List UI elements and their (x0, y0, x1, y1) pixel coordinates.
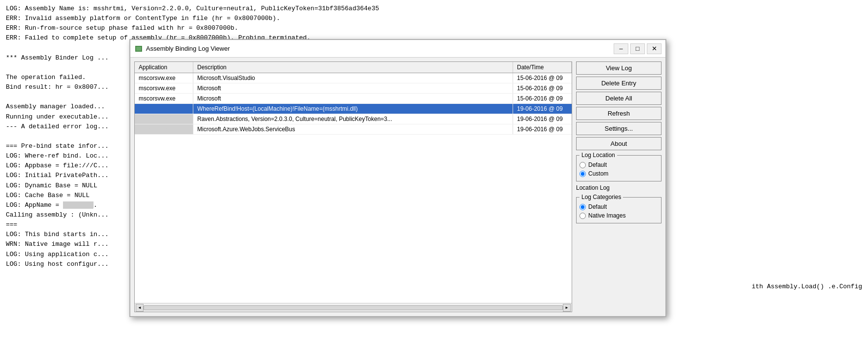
cell-app: mscorsvw.exe (135, 73, 193, 83)
col-application: Application (135, 62, 193, 73)
cell-desc: Raven.Abstractions, Version=2.0.3.0, Cul… (193, 114, 513, 124)
table-header: Application Description Date/Time (135, 62, 572, 73)
log-table: Application Description Date/Time mscors… (134, 61, 572, 312)
cell-desc: Microsoft.VisualStudio (193, 73, 513, 83)
scroll-left-button[interactable]: ◀ (136, 304, 144, 312)
location-log-label: Location Log (576, 184, 661, 191)
table-row[interactable]: ▓▓▓▓▓▓▓▓ Raven.Abstractions, Version=2.0… (135, 114, 572, 124)
table-row[interactable]: mscorsvw.exe Microsoft.VisualStudio 15-0… (135, 73, 572, 83)
scroll-right-button[interactable]: ▶ (563, 304, 571, 312)
cell-app: mscorsvw.exe (135, 83, 193, 93)
cell-date: 19-06-2016 @ 09 (513, 124, 572, 134)
cell-desc: WhereRefBind!Host=(LocalMachine)!FileNam… (193, 104, 513, 114)
dialog-title: Assembly Binding Log Viewer (146, 45, 614, 52)
log-location-group: Log Location Default Custom (576, 155, 661, 181)
log-location-custom-radio[interactable] (579, 171, 586, 177)
bg-log-right: ith Assembly.Load() .e.Config (752, 283, 868, 290)
log-location-custom-option[interactable]: Custom (579, 170, 658, 177)
table-row[interactable]: mscorsvw.exe Microsoft 15-06-2016 @ 09 (135, 94, 572, 104)
log-location-default-option[interactable]: Default (579, 161, 658, 168)
scrollbar-track[interactable] (144, 305, 563, 310)
col-description: Description (193, 62, 513, 73)
cell-date: 15-06-2016 @ 09 (513, 83, 572, 93)
close-button[interactable]: ✕ (647, 43, 661, 54)
horizontal-scrollbar[interactable]: ◀ ▶ (135, 303, 572, 312)
cell-desc: Microsoft (193, 83, 513, 93)
log-categories-native-radio[interactable] (579, 213, 586, 219)
log-categories-default-radio[interactable] (579, 204, 586, 210)
cell-date: 19-06-2016 @ 09 (513, 104, 572, 114)
dialog-icon (134, 45, 143, 53)
settings-button[interactable]: Settings... (576, 122, 661, 135)
cell-app: mscorsvw.exe (135, 94, 193, 103)
dialog-backdrop: Assembly Binding Log Viewer – □ ✕ Applic… (129, 39, 666, 317)
cell-date: 15-06-2016 @ 09 (513, 73, 572, 83)
cell-desc: Microsoft.Azure.WebJobs.ServiceBus (193, 124, 513, 134)
col-datetime: Date/Time (513, 62, 572, 73)
log-categories-group: Log Categories Default Native Images (576, 197, 661, 223)
delete-all-button[interactable]: Delete All (576, 92, 661, 105)
cell-date: 19-06-2016 @ 09 (513, 114, 572, 124)
table-row[interactable]: mscorsvw.exe Microsoft 15-06-2016 @ 09 (135, 83, 572, 94)
log-categories-title: Log Categories (579, 194, 623, 200)
cell-app: ▓▓▓▓▓▓▓▓ (135, 124, 193, 134)
log-categories-default-label: Default (588, 203, 607, 210)
log-location-default-label: Default (588, 161, 607, 168)
table-row[interactable]: ▓▓▓▓▓▓▓▓ Microsoft.Azure.WebJobs.Service… (135, 124, 572, 135)
table-body[interactable]: mscorsvw.exe Microsoft.VisualStudio 15-0… (135, 73, 572, 303)
minimize-button[interactable]: – (614, 43, 628, 54)
cell-app (135, 104, 193, 114)
log-location-title: Log Location (579, 152, 617, 159)
restore-button[interactable]: □ (630, 43, 645, 54)
cell-desc: Microsoft (193, 94, 513, 103)
cell-date: 15-06-2016 @ 09 (513, 94, 572, 103)
dialog-content: Application Description Date/Time mscors… (130, 58, 665, 316)
about-button[interactable]: About (576, 137, 661, 150)
title-bar-controls: – □ ✕ (614, 43, 661, 54)
title-bar: Assembly Binding Log Viewer – □ ✕ (130, 40, 665, 58)
assembly-binding-dialog: Assembly Binding Log Viewer – □ ✕ Applic… (129, 39, 666, 317)
table-row-selected[interactable]: WhereRefBind!Host=(LocalMachine)!FileNam… (135, 104, 572, 114)
delete-entry-button[interactable]: Delete Entry (576, 77, 661, 90)
refresh-button[interactable]: Refresh (576, 107, 661, 120)
log-location-default-radio[interactable] (579, 162, 586, 168)
log-location-custom-label: Custom (588, 170, 608, 177)
view-log-button[interactable]: View Log (576, 61, 661, 75)
right-panel: View Log Delete Entry Delete All Refresh… (576, 61, 661, 312)
cell-app: ▓▓▓▓▓▓▓▓ (135, 114, 193, 124)
log-categories-native-label: Native Images (588, 212, 626, 219)
log-categories-native-option[interactable]: Native Images (579, 212, 658, 219)
log-categories-default-option[interactable]: Default (579, 203, 658, 210)
location-log-section: Location Log (576, 184, 661, 192)
